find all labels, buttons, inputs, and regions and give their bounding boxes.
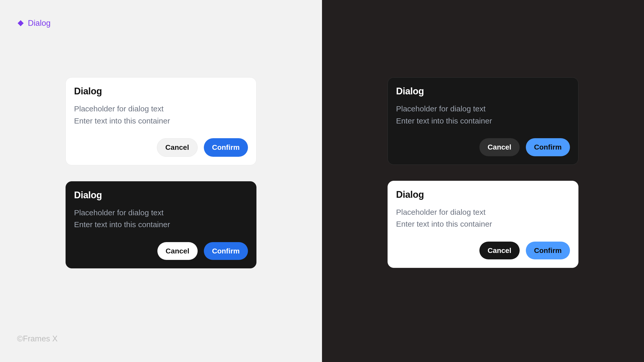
light-panel: Dialog ©Frames X Dialog Placeholder for … <box>0 0 322 362</box>
dialog-body-line2: Enter text into this container <box>396 218 570 230</box>
dialog-actions: Cancel Confirm <box>396 138 570 156</box>
dialog-actions: Cancel Confirm <box>74 138 248 157</box>
dialog-title: Dialog <box>396 86 570 97</box>
dialog-dark: Dialog Placeholder for dialog text Enter… <box>388 77 578 165</box>
dialog-body: Placeholder for dialog text Enter text i… <box>74 207 248 231</box>
dialog-body-line1: Placeholder for dialog text <box>74 207 248 219</box>
confirm-button[interactable]: Confirm <box>204 138 248 157</box>
dialog-light: Dialog Placeholder for dialog text Enter… <box>388 181 578 268</box>
dialog-body-line2: Enter text into this container <box>396 115 570 127</box>
component-diamond-icon <box>17 20 24 27</box>
cancel-button[interactable]: Cancel <box>479 242 520 260</box>
dialog-actions: Cancel Confirm <box>74 242 248 260</box>
cancel-button[interactable]: Cancel <box>157 242 198 260</box>
dialog-light: Dialog Placeholder for dialog text Enter… <box>66 77 256 165</box>
confirm-button[interactable]: Confirm <box>526 138 570 156</box>
component-header: Dialog <box>17 19 51 28</box>
dialog-body-line2: Enter text into this container <box>74 115 248 127</box>
dialog-body: Placeholder for dialog text Enter text i… <box>396 206 570 230</box>
dark-panel: Dialog Placeholder for dialog text Enter… <box>322 0 644 362</box>
confirm-button[interactable]: Confirm <box>204 242 248 260</box>
footer-credit: ©Frames X <box>17 334 58 343</box>
dialog-body: Placeholder for dialog text Enter text i… <box>396 103 570 127</box>
dialog-title: Dialog <box>74 86 248 97</box>
confirm-button[interactable]: Confirm <box>526 242 570 260</box>
dialog-body-line2: Enter text into this container <box>74 219 248 231</box>
dialog-body-line1: Placeholder for dialog text <box>396 206 570 218</box>
dialog-body: Placeholder for dialog text Enter text i… <box>74 103 248 127</box>
cancel-button[interactable]: Cancel <box>157 138 198 157</box>
dialog-actions: Cancel Confirm <box>396 242 570 260</box>
dialog-title: Dialog <box>74 190 248 201</box>
dialog-dark: Dialog Placeholder for dialog text Enter… <box>66 181 256 269</box>
dialog-body-line1: Placeholder for dialog text <box>396 103 570 115</box>
dialog-title: Dialog <box>396 189 570 200</box>
component-header-label: Dialog <box>28 19 51 28</box>
dialog-body-line1: Placeholder for dialog text <box>74 103 248 115</box>
cancel-button[interactable]: Cancel <box>479 138 520 156</box>
